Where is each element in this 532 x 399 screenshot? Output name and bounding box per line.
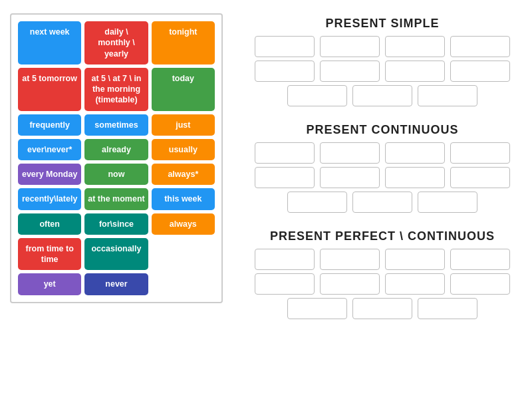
right-panel: PRESENT SIMPLEPRESENT CONTINUOUSPRESENT …: [233, 0, 532, 399]
drop-box-1-2-1[interactable]: [352, 192, 412, 213]
drop-box-1-0-3[interactable]: [450, 142, 510, 164]
drop-box-1-1-0[interactable]: [255, 167, 315, 188]
word-tile-for-since[interactable]: for\since: [84, 213, 148, 235]
drop-box-1-1-3[interactable]: [450, 167, 510, 188]
word-tile-at-the-moment[interactable]: at the moment: [84, 188, 148, 209]
word-grid: next weekdaily \ monthly \ yearlytonight…: [10, 13, 223, 303]
word-tile-next-week[interactable]: next week: [18, 21, 81, 65]
word-tile-yet[interactable]: yet: [18, 273, 81, 295]
left-panel: next weekdaily \ monthly \ yearlytonight…: [0, 0, 233, 399]
drop-box-1-0-1[interactable]: [320, 142, 380, 164]
drop-box-1-0-0[interactable]: [255, 142, 315, 164]
drop-box-0-2-2[interactable]: [418, 85, 477, 106]
drop-box-2-0-1[interactable]: [320, 249, 380, 270]
drop-row-0-0: [246, 36, 519, 57]
word-tile-often[interactable]: often: [18, 213, 81, 235]
drop-box-1-1-2[interactable]: [385, 167, 445, 188]
drop-box-0-0-1[interactable]: [320, 36, 380, 57]
drop-box-0-1-3[interactable]: [450, 61, 510, 82]
word-tile-always[interactable]: always: [152, 213, 215, 235]
drop-box-0-1-2[interactable]: [385, 61, 445, 82]
section-title-2: PRESENT PERFECT \ CONTINUOUS: [246, 229, 519, 243]
drop-box-1-2-2[interactable]: [418, 192, 477, 213]
drop-box-0-1-0[interactable]: [255, 61, 315, 82]
drop-box-0-0-2[interactable]: [385, 36, 445, 57]
drop-row-0-1: [246, 61, 519, 82]
drop-box-2-2-0[interactable]: [287, 298, 347, 319]
section-title-1: PRESENT CONTINUOUS: [246, 123, 519, 137]
word-tile-always-star[interactable]: always*: [152, 164, 215, 185]
drop-box-0-0-3[interactable]: [450, 36, 510, 57]
drop-box-2-1-0[interactable]: [255, 273, 315, 295]
drop-box-0-1-1[interactable]: [320, 61, 380, 82]
drop-row-2-0: [246, 249, 519, 270]
word-tile-from-time-to-time[interactable]: from time to time: [18, 238, 81, 271]
drop-box-0-2-1[interactable]: [352, 85, 412, 106]
drop-row-1-2: [246, 192, 519, 213]
word-tile-ever-never[interactable]: ever\never*: [18, 139, 81, 160]
drop-box-2-1-1[interactable]: [320, 273, 380, 295]
drop-box-0-0-0[interactable]: [255, 36, 315, 57]
word-tile-sometimes[interactable]: sometimes: [84, 114, 148, 136]
word-tile-never[interactable]: never: [84, 273, 148, 295]
drop-box-1-1-1[interactable]: [320, 167, 380, 188]
word-tile-at-5-tomorrow[interactable]: at 5 tomorrow: [18, 68, 81, 111]
word-tile-occasionally[interactable]: occasionally: [84, 238, 148, 271]
drop-box-2-2-1[interactable]: [352, 298, 412, 319]
drop-box-1-0-2[interactable]: [385, 142, 445, 164]
word-tile-just[interactable]: just: [152, 114, 215, 136]
drop-box-2-1-3[interactable]: [450, 273, 510, 295]
word-tile-frequently[interactable]: frequently: [18, 114, 81, 136]
word-tile-tonight[interactable]: tonight: [152, 21, 215, 65]
section-title-0: PRESENT SIMPLE: [246, 17, 519, 31]
drop-row-2-1: [246, 273, 519, 295]
drop-box-2-1-2[interactable]: [385, 273, 445, 295]
drop-row-1-0: [246, 142, 519, 164]
drop-box-1-2-0[interactable]: [287, 192, 347, 213]
drop-box-2-2-2[interactable]: [418, 298, 477, 319]
drop-row-0-2: [246, 85, 519, 106]
drop-row-1-1: [246, 167, 519, 188]
word-tile-now[interactable]: now: [84, 164, 148, 185]
drop-box-0-2-0[interactable]: [287, 85, 347, 106]
drop-row-2-2: [246, 298, 519, 319]
word-tile-at-5-at-7[interactable]: at 5 \ at 7 \ in the morning (timetable): [84, 68, 148, 111]
word-tile-daily-monthly-yearly[interactable]: daily \ monthly \ yearly: [84, 21, 148, 65]
word-tile-usually[interactable]: usually: [152, 139, 215, 160]
word-tile-already[interactable]: already: [84, 139, 148, 160]
word-tile-every-monday[interactable]: every Monday: [18, 164, 81, 185]
drop-box-2-0-0[interactable]: [255, 249, 315, 270]
word-tile-today[interactable]: today: [152, 68, 215, 111]
word-tile-recently-lately[interactable]: recently\lately: [18, 188, 81, 209]
drop-box-2-0-2[interactable]: [385, 249, 445, 270]
word-tile-this-week[interactable]: this week: [152, 188, 215, 209]
drop-box-2-0-3[interactable]: [450, 249, 510, 270]
